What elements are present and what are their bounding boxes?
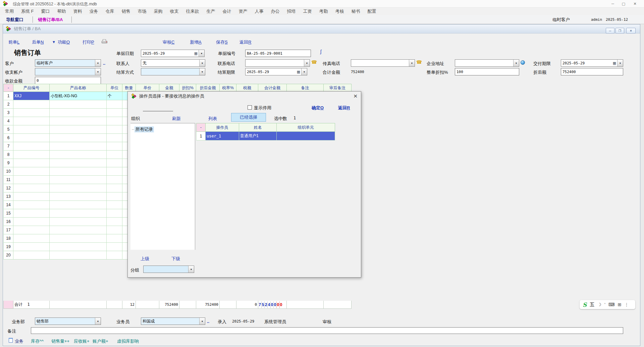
dialog-grid-header-cell[interactable]: 操作员 bbox=[206, 123, 239, 132]
grid-cell[interactable] bbox=[13, 251, 50, 259]
grid-header-cell[interactable]: 单位 bbox=[107, 84, 122, 92]
grid-cell[interactable] bbox=[107, 134, 122, 142]
menu-item[interactable]: 资料 bbox=[70, 8, 86, 14]
show-disabled-checkbox[interactable] bbox=[248, 105, 252, 110]
grid-cell[interactable] bbox=[50, 142, 107, 151]
menu-item[interactable]: 窗口 bbox=[38, 8, 54, 14]
dropdown-arrow-icon[interactable]: ▼ bbox=[409, 60, 415, 66]
grid-rownum-cell[interactable]: 3 bbox=[3, 109, 13, 117]
grid-cell[interactable] bbox=[50, 125, 107, 134]
dropdown-arrow-icon[interactable]: ▼ bbox=[95, 318, 101, 325]
grid-cell[interactable] bbox=[13, 151, 50, 159]
dropdown-arrow-icon[interactable]: ▼ bbox=[199, 68, 205, 75]
grid-cell[interactable] bbox=[107, 201, 122, 209]
customer-more-button[interactable]: .. bbox=[103, 61, 105, 66]
grid-rownum-cell[interactable]: 6 bbox=[3, 134, 13, 142]
tree-item-all-records[interactable]: ┄ 所有记录 bbox=[132, 126, 154, 132]
already-selected-button[interactable]: 已经选择 bbox=[231, 113, 266, 122]
dialog-grid-header-cell[interactable]: - bbox=[196, 123, 206, 132]
grid-rownum-cell[interactable]: 14 bbox=[3, 201, 13, 209]
dialog-titlebar[interactable]: 操作员选择 - 要接收消息的操作员 ✕ bbox=[128, 92, 361, 101]
bottom-link[interactable]: 账户额+ bbox=[93, 338, 108, 344]
grid-header-cell[interactable]: 备注 bbox=[287, 84, 324, 92]
bottom-link[interactable]: 应收账+ bbox=[74, 338, 90, 344]
list-link[interactable]: 列表 bbox=[208, 116, 217, 122]
after-discount-field[interactable]: 752400 bbox=[561, 68, 623, 75]
bottom-link[interactable]: 销售量++ bbox=[51, 338, 69, 344]
menu-item[interactable]: 人事 bbox=[251, 8, 267, 14]
grid-rownum-cell[interactable]: 12 bbox=[3, 184, 13, 192]
grid-rownum-cell[interactable]: 17 bbox=[3, 226, 13, 234]
grid-rownum-cell[interactable]: 19 bbox=[3, 243, 13, 251]
grid-cell[interactable] bbox=[107, 234, 122, 243]
phone-select[interactable]: ▼ bbox=[245, 59, 310, 67]
grid-cell[interactable] bbox=[107, 109, 122, 117]
grid-rownum-cell[interactable]: 10 bbox=[3, 167, 13, 176]
next-order-button[interactable]: 后单N bbox=[32, 39, 44, 45]
grid-cell[interactable] bbox=[13, 142, 50, 151]
grid-cell[interactable] bbox=[50, 218, 107, 226]
grid-header-cell[interactable]: 折扣% bbox=[179, 84, 196, 92]
grid-rownum-cell[interactable]: 4 bbox=[3, 117, 13, 125]
grid-cell[interactable] bbox=[50, 134, 107, 142]
grid-cell[interactable] bbox=[13, 117, 50, 125]
tree-down-button[interactable]: 下级 bbox=[171, 256, 180, 262]
deliver-date-select[interactable]: 2025-05-29 ▦ ▼ bbox=[561, 59, 623, 67]
dialog-grid-cell-operator[interactable]: user_1 bbox=[206, 132, 239, 140]
menu-item[interactable]: 常用 bbox=[1, 8, 17, 14]
dialog-grid-row[interactable]: 1user_1普通用户1 bbox=[196, 132, 335, 140]
menu-item[interactable]: 办公 bbox=[267, 8, 283, 14]
note-field[interactable] bbox=[31, 327, 623, 334]
audit-button[interactable]: 审核C bbox=[163, 39, 174, 45]
dropdown-arrow-icon[interactable]: ▼ bbox=[199, 318, 205, 325]
dialog-grid-rownum-cell[interactable]: 1 bbox=[196, 132, 206, 140]
menu-item[interactable]: 考勤 bbox=[316, 8, 332, 14]
grid-cell[interactable] bbox=[50, 192, 107, 201]
dropdown-arrow-icon[interactable]: ▼ bbox=[513, 60, 519, 66]
grid-header-cell[interactable]: 合计金额 bbox=[258, 84, 287, 92]
menu-item[interactable]: 业务 bbox=[86, 8, 102, 14]
grid-cell[interactable] bbox=[13, 167, 50, 176]
prev-order-button[interactable]: 前单L bbox=[8, 39, 19, 45]
menu-item[interactable]: 招培 bbox=[283, 8, 300, 14]
bottom-link[interactable]: 虚拟库影响 bbox=[117, 338, 139, 344]
grid-rownum-cell[interactable]: 18 bbox=[3, 234, 13, 243]
ime-logo-icon[interactable]: S bbox=[583, 301, 587, 308]
menu-item[interactable]: 秘书 bbox=[348, 8, 364, 14]
grid-header-cell[interactable]: - bbox=[3, 84, 13, 92]
order-no-field[interactable]: BA-25-05-29-0001 bbox=[245, 50, 311, 57]
grid-header-cell[interactable]: 审后备注 bbox=[324, 84, 352, 92]
grid-cell[interactable] bbox=[107, 243, 122, 251]
menu-item[interactable]: 配置 bbox=[364, 8, 380, 14]
grid-cell[interactable]: XXJ bbox=[13, 92, 50, 100]
grid-cell[interactable] bbox=[50, 167, 107, 176]
customer-select[interactable]: 临时客户 ▼ bbox=[35, 59, 101, 67]
grid-cell[interactable] bbox=[13, 109, 50, 117]
grid-header-cell[interactable]: 数量 bbox=[122, 84, 136, 92]
doc-restore-button[interactable]: ❐ bbox=[615, 28, 624, 34]
grid-cell[interactable] bbox=[50, 100, 107, 109]
salesman-more-button[interactable]: .. bbox=[207, 319, 209, 324]
menu-item[interactable]: 市场 bbox=[134, 8, 150, 14]
print-button[interactable]: 打印P bbox=[83, 39, 94, 45]
menu-item[interactable]: 收支 bbox=[166, 8, 182, 14]
save-button[interactable]: 保存S bbox=[216, 39, 228, 45]
tab-sales-order[interactable]: 销售订单/BA bbox=[33, 16, 67, 23]
menu-item[interactable]: 系统 F bbox=[17, 8, 38, 14]
address-select[interactable]: ▼ bbox=[455, 59, 519, 67]
grid-header-cell[interactable]: 单价 bbox=[136, 84, 159, 92]
grid-cell[interactable] bbox=[13, 134, 50, 142]
grid-cell[interactable] bbox=[50, 176, 107, 184]
grid-cell[interactable] bbox=[107, 142, 122, 151]
ime-icon[interactable]: ⋮ bbox=[625, 302, 629, 307]
grid-cell[interactable] bbox=[50, 243, 107, 251]
grid-cell[interactable] bbox=[50, 184, 107, 192]
grid-cell[interactable]: 个 bbox=[107, 92, 122, 100]
dialog-close-icon[interactable]: ✕ bbox=[353, 93, 358, 99]
grid-cell[interactable] bbox=[13, 184, 50, 192]
dropdown-arrow-icon[interactable]: ▼ bbox=[95, 68, 101, 75]
phone-icon[interactable]: ☎ bbox=[311, 59, 317, 65]
doc-close-button[interactable]: ✕ bbox=[626, 28, 636, 34]
grid-cell[interactable] bbox=[50, 109, 107, 117]
grid-rownum-cell[interactable]: 13 bbox=[3, 192, 13, 201]
